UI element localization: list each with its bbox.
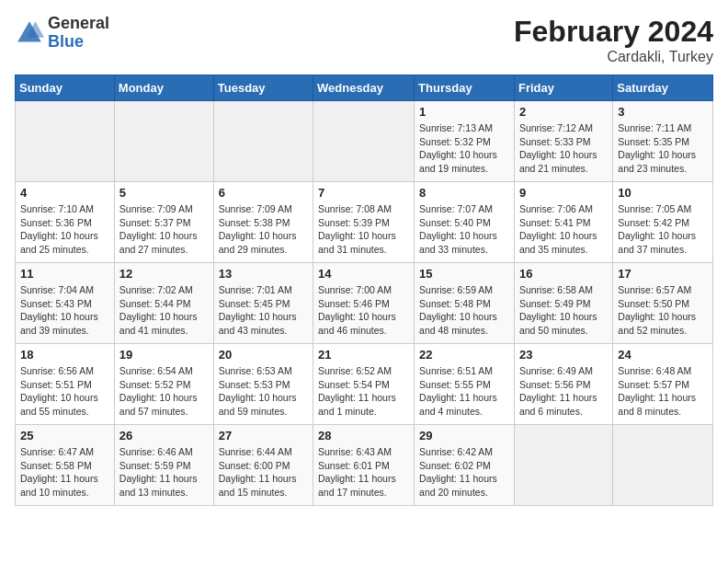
logo-text: General Blue bbox=[48, 15, 109, 52]
day-number: 20 bbox=[219, 348, 308, 362]
page-header: General Blue February 2024 Cardakli, Tur… bbox=[15, 15, 713, 65]
calendar-cell: 25Sunrise: 6:47 AMSunset: 5:58 PMDayligh… bbox=[16, 425, 115, 506]
day-number: 18 bbox=[20, 348, 109, 362]
calendar-week-row: 25Sunrise: 6:47 AMSunset: 5:58 PMDayligh… bbox=[16, 425, 713, 506]
day-number: 17 bbox=[618, 267, 708, 281]
day-info: Sunrise: 7:08 AMSunset: 5:39 PMDaylight:… bbox=[318, 202, 409, 257]
month-year: February 2024 bbox=[514, 15, 713, 49]
weekday-header-monday: Monday bbox=[114, 75, 213, 101]
day-info: Sunrise: 6:47 AMSunset: 5:58 PMDaylight:… bbox=[20, 445, 109, 500]
calendar-cell: 16Sunrise: 6:58 AMSunset: 5:49 PMDayligh… bbox=[514, 263, 612, 344]
day-info: Sunrise: 6:59 AMSunset: 5:48 PMDaylight:… bbox=[419, 283, 509, 338]
day-info: Sunrise: 6:43 AMSunset: 6:01 PMDaylight:… bbox=[318, 445, 409, 500]
calendar-table: SundayMondayTuesdayWednesdayThursdayFrid… bbox=[15, 75, 713, 506]
calendar-cell: 22Sunrise: 6:51 AMSunset: 5:55 PMDayligh… bbox=[415, 344, 515, 425]
calendar-cell: 23Sunrise: 6:49 AMSunset: 5:56 PMDayligh… bbox=[514, 344, 612, 425]
weekday-header-saturday: Saturday bbox=[613, 75, 713, 101]
day-info: Sunrise: 6:52 AMSunset: 5:54 PMDaylight:… bbox=[318, 364, 409, 419]
calendar-cell: 24Sunrise: 6:48 AMSunset: 5:57 PMDayligh… bbox=[613, 344, 713, 425]
weekday-header-thursday: Thursday bbox=[415, 75, 515, 101]
day-info: Sunrise: 7:12 AMSunset: 5:33 PMDaylight:… bbox=[519, 121, 608, 176]
calendar-cell: 13Sunrise: 7:01 AMSunset: 5:45 PMDayligh… bbox=[213, 263, 313, 344]
day-info: Sunrise: 7:02 AMSunset: 5:44 PMDaylight:… bbox=[119, 283, 209, 338]
day-info: Sunrise: 6:46 AMSunset: 5:59 PMDaylight:… bbox=[119, 445, 209, 500]
calendar-cell: 19Sunrise: 6:54 AMSunset: 5:52 PMDayligh… bbox=[114, 344, 213, 425]
day-number: 10 bbox=[618, 186, 708, 200]
day-number: 5 bbox=[119, 186, 209, 200]
calendar-cell: 26Sunrise: 6:46 AMSunset: 5:59 PMDayligh… bbox=[114, 425, 213, 506]
day-number: 25 bbox=[20, 429, 109, 442]
logo-icon bbox=[15, 18, 44, 48]
calendar-cell: 10Sunrise: 7:05 AMSunset: 5:42 PMDayligh… bbox=[613, 182, 713, 263]
calendar-cell bbox=[613, 425, 713, 506]
day-info: Sunrise: 7:00 AMSunset: 5:46 PMDaylight:… bbox=[318, 283, 409, 338]
day-number: 11 bbox=[20, 267, 109, 281]
day-info: Sunrise: 6:48 AMSunset: 5:57 PMDaylight:… bbox=[618, 364, 708, 419]
day-info: Sunrise: 7:09 AMSunset: 5:37 PMDaylight:… bbox=[119, 202, 209, 257]
day-number: 13 bbox=[219, 267, 308, 281]
day-number: 3 bbox=[618, 105, 708, 119]
calendar-cell: 27Sunrise: 6:44 AMSunset: 6:00 PMDayligh… bbox=[213, 425, 313, 506]
weekday-header-tuesday: Tuesday bbox=[213, 75, 313, 101]
day-info: Sunrise: 6:44 AMSunset: 6:00 PMDaylight:… bbox=[219, 445, 308, 500]
weekday-header-sunday: Sunday bbox=[16, 75, 115, 101]
day-info: Sunrise: 6:51 AMSunset: 5:55 PMDaylight:… bbox=[419, 364, 509, 419]
calendar-cell: 21Sunrise: 6:52 AMSunset: 5:54 PMDayligh… bbox=[313, 344, 415, 425]
calendar-cell: 8Sunrise: 7:07 AMSunset: 5:40 PMDaylight… bbox=[415, 182, 515, 263]
day-info: Sunrise: 7:10 AMSunset: 5:36 PMDaylight:… bbox=[20, 202, 109, 257]
calendar-cell: 5Sunrise: 7:09 AMSunset: 5:37 PMDaylight… bbox=[114, 182, 213, 263]
calendar-cell: 20Sunrise: 6:53 AMSunset: 5:53 PMDayligh… bbox=[213, 344, 313, 425]
day-number: 4 bbox=[20, 186, 109, 200]
weekday-header-row: SundayMondayTuesdayWednesdayThursdayFrid… bbox=[16, 75, 713, 101]
day-info: Sunrise: 6:58 AMSunset: 5:49 PMDaylight:… bbox=[519, 283, 608, 338]
calendar-cell: 1Sunrise: 7:13 AMSunset: 5:32 PMDaylight… bbox=[415, 101, 515, 182]
day-number: 23 bbox=[519, 348, 608, 362]
calendar-cell bbox=[114, 101, 213, 182]
day-number: 1 bbox=[419, 105, 509, 119]
calendar-cell: 29Sunrise: 6:42 AMSunset: 6:02 PMDayligh… bbox=[415, 425, 515, 506]
day-number: 6 bbox=[219, 186, 308, 200]
calendar-week-row: 11Sunrise: 7:04 AMSunset: 5:43 PMDayligh… bbox=[16, 263, 713, 344]
day-number: 9 bbox=[519, 186, 608, 200]
day-number: 7 bbox=[318, 186, 409, 200]
day-info: Sunrise: 7:07 AMSunset: 5:40 PMDaylight:… bbox=[419, 202, 509, 257]
title-block: February 2024 Cardakli, Turkey bbox=[514, 15, 713, 65]
day-number: 22 bbox=[419, 348, 509, 362]
day-info: Sunrise: 7:04 AMSunset: 5:43 PMDaylight:… bbox=[20, 283, 109, 338]
calendar-cell: 28Sunrise: 6:43 AMSunset: 6:01 PMDayligh… bbox=[313, 425, 415, 506]
calendar-cell: 17Sunrise: 6:57 AMSunset: 5:50 PMDayligh… bbox=[613, 263, 713, 344]
day-number: 26 bbox=[119, 429, 209, 442]
day-info: Sunrise: 6:49 AMSunset: 5:56 PMDaylight:… bbox=[519, 364, 608, 419]
location: Cardakli, Turkey bbox=[514, 49, 713, 65]
logo-general: General bbox=[48, 15, 109, 33]
calendar-cell: 15Sunrise: 6:59 AMSunset: 5:48 PMDayligh… bbox=[415, 263, 515, 344]
day-info: Sunrise: 7:09 AMSunset: 5:38 PMDaylight:… bbox=[219, 202, 308, 257]
calendar-cell bbox=[213, 101, 313, 182]
day-number: 2 bbox=[519, 105, 608, 119]
day-info: Sunrise: 6:56 AMSunset: 5:51 PMDaylight:… bbox=[20, 364, 109, 419]
day-number: 15 bbox=[419, 267, 509, 281]
calendar-cell: 7Sunrise: 7:08 AMSunset: 5:39 PMDaylight… bbox=[313, 182, 415, 263]
weekday-header-wednesday: Wednesday bbox=[313, 75, 415, 101]
day-info: Sunrise: 7:13 AMSunset: 5:32 PMDaylight:… bbox=[419, 121, 509, 176]
logo-blue-text: Blue bbox=[48, 33, 109, 52]
calendar-cell bbox=[313, 101, 415, 182]
weekday-header-friday: Friday bbox=[514, 75, 612, 101]
calendar-cell bbox=[514, 425, 612, 506]
calendar-week-row: 1Sunrise: 7:13 AMSunset: 5:32 PMDaylight… bbox=[16, 101, 713, 182]
calendar-cell: 9Sunrise: 7:06 AMSunset: 5:41 PMDaylight… bbox=[514, 182, 612, 263]
calendar-week-row: 18Sunrise: 6:56 AMSunset: 5:51 PMDayligh… bbox=[16, 344, 713, 425]
day-info: Sunrise: 6:57 AMSunset: 5:50 PMDaylight:… bbox=[618, 283, 708, 338]
calendar-week-row: 4Sunrise: 7:10 AMSunset: 5:36 PMDaylight… bbox=[16, 182, 713, 263]
day-info: Sunrise: 6:42 AMSunset: 6:02 PMDaylight:… bbox=[419, 445, 509, 500]
day-info: Sunrise: 7:05 AMSunset: 5:42 PMDaylight:… bbox=[618, 202, 708, 257]
calendar-cell: 2Sunrise: 7:12 AMSunset: 5:33 PMDaylight… bbox=[514, 101, 612, 182]
day-number: 28 bbox=[318, 429, 409, 442]
day-number: 16 bbox=[519, 267, 608, 281]
day-info: Sunrise: 7:11 AMSunset: 5:35 PMDaylight:… bbox=[618, 121, 708, 176]
day-number: 8 bbox=[419, 186, 509, 200]
day-info: Sunrise: 6:53 AMSunset: 5:53 PMDaylight:… bbox=[219, 364, 308, 419]
day-number: 21 bbox=[318, 348, 409, 362]
day-info: Sunrise: 7:06 AMSunset: 5:41 PMDaylight:… bbox=[519, 202, 608, 257]
logo: General Blue bbox=[15, 15, 109, 52]
